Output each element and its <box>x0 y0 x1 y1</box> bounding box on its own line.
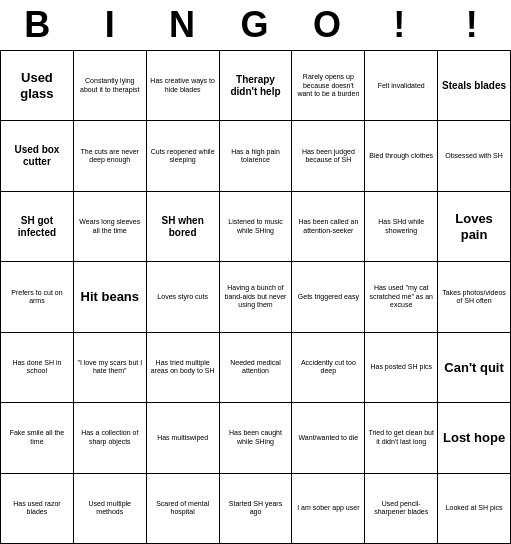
cell-17: Listened to music while SHing <box>220 192 293 262</box>
cell-3: Therapy didn't help <box>220 51 293 121</box>
cell-32: Accidently cut too deep <box>292 333 365 403</box>
cell-34: Can't quit <box>438 333 511 403</box>
cell-23: Loves styro cuts <box>147 262 220 332</box>
cell-45: Started SH years ago <box>220 474 293 544</box>
title-g: G <box>219 4 291 46</box>
cell-48: Looked at SH pics <box>438 474 511 544</box>
cell-24: Having a bunch of band-aids but never us… <box>220 262 293 332</box>
cell-11: Has been judged because of SH <box>292 121 365 191</box>
cell-14: SH got infected <box>1 192 74 262</box>
cell-8: The cuts are never deep enough <box>74 121 147 191</box>
title-i: I <box>74 4 146 46</box>
cell-43: Used multiple methods <box>74 474 147 544</box>
title-o: O <box>292 4 364 46</box>
cell-29: "I love my scars but I hate them" <box>74 333 147 403</box>
cell-40: Tried to get clean but it didn't last lo… <box>365 403 438 473</box>
cell-0: Used glass <box>1 51 74 121</box>
cell-46: I am sober app user <box>292 474 365 544</box>
cell-38: Has been caught while SHing <box>220 403 293 473</box>
cell-35: Fake smile all the time <box>1 403 74 473</box>
cell-1: Constantly lying about it to therapist <box>74 51 147 121</box>
cell-22: Hit beans <box>74 262 147 332</box>
cell-31: Needed medical attention <box>220 333 293 403</box>
cell-28: Has done SH in school <box>1 333 74 403</box>
bingo-title: B I N G O ! ! <box>0 0 511 50</box>
cell-4: Rarely opens up because doesn't want to … <box>292 51 365 121</box>
cell-41: Lost hope <box>438 403 511 473</box>
bingo-grid: Used glassConstantly lying about it to t… <box>0 50 511 544</box>
title-ex1: ! <box>364 4 436 46</box>
cell-20: Loves pain <box>438 192 511 262</box>
cell-27: Takes photos/videos of SH often <box>438 262 511 332</box>
cell-16: SH when bored <box>147 192 220 262</box>
cell-36: Has a collection of sharp objects <box>74 403 147 473</box>
cell-12: Bled through clothes <box>365 121 438 191</box>
cell-13: Obsessed with SH <box>438 121 511 191</box>
cell-42: Has used razor blades <box>1 474 74 544</box>
title-b: B <box>2 4 74 46</box>
cell-9: Cuts reopened while sleeping <box>147 121 220 191</box>
cell-15: Wears long sleeves all the time <box>74 192 147 262</box>
cell-37: Has multiswiped <box>147 403 220 473</box>
cell-33: Has posted SH pics <box>365 333 438 403</box>
cell-39: Want/wanted to die <box>292 403 365 473</box>
cell-47: Used pencil-sharpener blades <box>365 474 438 544</box>
cell-21: Prefers to cut on arms <box>1 262 74 332</box>
title-n: N <box>147 4 219 46</box>
cell-7: Used box cutter <box>1 121 74 191</box>
cell-19: Has SHd while showering <box>365 192 438 262</box>
cell-18: Has been called an attention-seeker <box>292 192 365 262</box>
cell-6: Steals blades <box>438 51 511 121</box>
title-ex2: ! <box>437 4 509 46</box>
cell-10: Has a high pain tolarence <box>220 121 293 191</box>
cell-30: Has tried multiple areas on body to SH <box>147 333 220 403</box>
cell-44: Scared of mental hospital <box>147 474 220 544</box>
cell-25: Gets triggered easy <box>292 262 365 332</box>
cell-26: Has used "my cat scratched me" as an exc… <box>365 262 438 332</box>
cell-5: Felt invalidated <box>365 51 438 121</box>
cell-2: Has creative ways to hide blades <box>147 51 220 121</box>
